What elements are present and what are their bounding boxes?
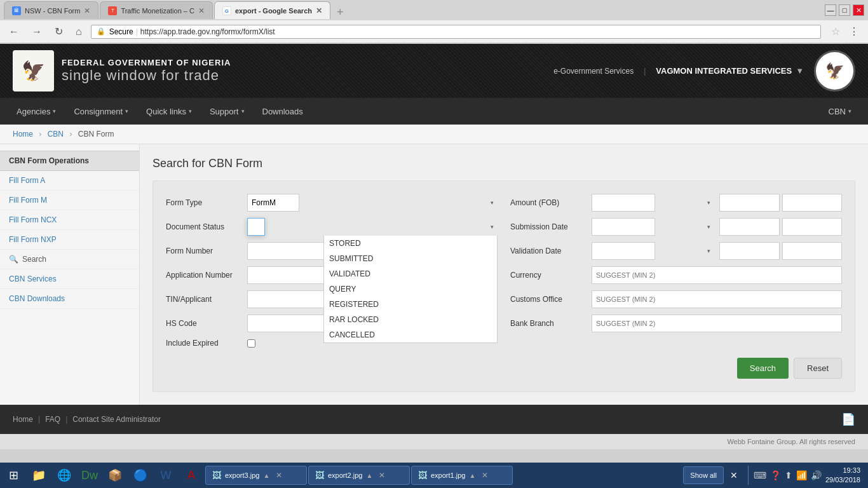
submission-date-from[interactable] <box>719 218 780 236</box>
cbn-dropdown-icon: ▾ <box>848 108 851 114</box>
maximize-button[interactable]: □ <box>839 4 850 16</box>
tab1-close-icon[interactable]: ✕ <box>84 6 90 15</box>
site-footer: Home | FAQ | Contact Site Administrator … <box>0 405 868 434</box>
breadcrumb-sep2: › <box>69 130 72 139</box>
validation-date-select[interactable] <box>592 242 655 260</box>
new-tab-button[interactable]: + <box>332 6 349 19</box>
copyright-text: Webb Fontaine Group. All rights reserved <box>727 438 855 445</box>
browser-tab-2[interactable]: T Traffic Monetization – C ✕ <box>100 1 213 19</box>
user-dropdown-icon[interactable]: ▼ <box>796 66 804 76</box>
sidebar-item-fill-form-a[interactable]: Fill Form A <box>0 171 139 191</box>
reload-button[interactable]: ↻ <box>51 24 67 39</box>
site-title: FEDERAL GOVERNMENT OF NIGERIA single win… <box>62 58 231 84</box>
tab3-close-icon[interactable]: ✕ <box>316 6 322 15</box>
bookmark-button[interactable]: ☆ <box>831 25 840 37</box>
forward-button[interactable]: → <box>28 25 46 39</box>
cbn-label: CBN <box>829 107 846 116</box>
sidebar-item-fill-form-m[interactable]: Fill Form M <box>0 191 139 210</box>
sidebar-item-cbn-services[interactable]: CBN Services <box>0 269 139 289</box>
option-stored[interactable]: STORED <box>324 236 497 251</box>
submission-date-select[interactable] <box>592 218 655 236</box>
option-submitted[interactable]: SUBMITTED <box>324 251 497 266</box>
quicklinks-dropdown-icon: ▾ <box>189 108 192 114</box>
menu-button[interactable]: ⋮ <box>845 24 863 39</box>
hs-code-label: HS Code <box>166 319 242 328</box>
form-title: Search for CBN Form <box>153 157 855 170</box>
option-cancelled[interactable]: CANCELLED <box>324 327 497 342</box>
tab1-label: NSW - CBN Form <box>25 7 80 15</box>
browser-tab-1[interactable]: 🏛 NSW - CBN Form ✕ <box>4 1 98 19</box>
currency-input[interactable] <box>592 266 842 284</box>
bank-branch-input[interactable] <box>592 315 842 332</box>
nav-downloads[interactable]: Downloads <box>254 98 312 125</box>
validation-date-inputs <box>719 242 842 260</box>
form-area: Search for CBN Form Form Type FormM Form… <box>140 144 868 405</box>
option-registered[interactable]: REGISTERED <box>324 297 497 312</box>
cbn-services-label: CBN Services <box>9 274 57 283</box>
form-type-row: Form Type FormM FormA FormNCX FormNXP ▾ <box>166 194 498 212</box>
amount-fob-select-wrapper: ▾ <box>592 194 714 212</box>
nav-cbn[interactable]: CBN ▾ <box>820 98 860 125</box>
nav-bar: Agencies ▾ Consignment ▾ Quick links ▾ S… <box>0 98 868 125</box>
submission-date-to[interactable] <box>782 218 843 236</box>
amount-fob-from[interactable] <box>719 194 780 212</box>
tab2-label: Traffic Monetization – C <box>121 7 194 15</box>
include-expired-checkbox[interactable] <box>247 339 255 348</box>
site-header: 🦅 FEDERAL GOVERNMENT OF NIGERIA single w… <box>0 44 868 98</box>
reset-button[interactable]: Reset <box>794 358 842 379</box>
currency-row: Currency <box>510 266 842 284</box>
browser-tab-3[interactable]: G export - Google Search ✕ <box>214 1 330 19</box>
sidebar-item-search[interactable]: 🔍 Search <box>0 250 139 269</box>
option-rar-locked[interactable]: RAR LOCKED <box>324 312 497 327</box>
footer-sep2: | <box>65 415 67 424</box>
sidebar-item-cbn-downloads[interactable]: CBN Downloads <box>0 289 139 309</box>
form-actions: Search Reset <box>166 358 842 379</box>
downloads-label: Downloads <box>262 107 303 116</box>
home-button[interactable]: ⌂ <box>72 25 86 39</box>
footer-home-link[interactable]: Home <box>13 415 33 424</box>
breadcrumb-home[interactable]: Home <box>13 130 33 139</box>
nav-consignment[interactable]: Consignment ▾ <box>65 98 137 125</box>
breadcrumb-cbn[interactable]: CBN <box>48 130 64 139</box>
amount-fob-inputs <box>719 194 842 212</box>
option-validated[interactable]: VALIDATED <box>324 266 497 281</box>
footer-faq-link[interactable]: FAQ <box>45 415 60 424</box>
search-icon: 🔍 <box>9 255 18 264</box>
form-number-label: Form Number <box>166 247 242 255</box>
secure-label: Secure <box>109 27 133 36</box>
close-button[interactable]: ✕ <box>853 4 864 16</box>
sidebar-item-fill-form-nxp[interactable]: Fill Form NXP <box>0 230 139 250</box>
form-type-select[interactable]: FormM FormA FormNCX FormNXP <box>247 194 299 212</box>
validation-date-to[interactable] <box>782 242 843 260</box>
validation-date-from[interactable] <box>719 242 780 260</box>
footer-contact-link[interactable]: Contact Site Administrator <box>72 415 161 424</box>
tab2-close-icon[interactable]: ✕ <box>198 6 205 15</box>
main-container: CBN Form Operations Fill Form A Fill For… <box>0 144 868 405</box>
nav-agencies[interactable]: Agencies ▾ <box>8 98 65 125</box>
search-button[interactable]: Search <box>737 358 789 379</box>
address-bar[interactable]: 🔒 Secure | https://app.trade.gov.ng/form… <box>91 25 821 39</box>
document-status-select[interactable] <box>247 218 265 236</box>
customs-office-input[interactable] <box>592 290 842 308</box>
amount-fob-row: Amount (FOB) ▾ <box>510 194 842 212</box>
minimize-button[interactable]: — <box>825 4 836 16</box>
back-button[interactable]: ← <box>5 25 23 39</box>
fill-form-nxp-label: Fill Form NXP <box>9 235 57 244</box>
amount-fob-label: Amount (FOB) <box>510 198 587 207</box>
eservices-link[interactable]: e-Government Services <box>553 67 634 76</box>
search-label: Search <box>22 255 46 264</box>
nav-quicklinks[interactable]: Quick links ▾ <box>137 98 201 125</box>
sidebar-item-fill-form-ncx[interactable]: Fill Form NCX <box>0 210 139 230</box>
validation-date-select-wrapper: ▾ <box>592 242 714 260</box>
amount-fob-to[interactable] <box>782 194 843 212</box>
address-separator: | <box>136 27 138 36</box>
option-query[interactable]: QUERY <box>324 281 497 297</box>
sidebar: CBN Form Operations Fill Form A Fill For… <box>0 144 140 405</box>
browser-addressbar: ← → ↻ ⌂ 🔒 Secure | https://app.trade.gov… <box>0 20 868 43</box>
browser-titlebar: 🏛 NSW - CBN Form ✕ T Traffic Monetizatio… <box>0 0 868 20</box>
browser-tabs: 🏛 NSW - CBN Form ✕ T Traffic Monetizatio… <box>4 1 349 19</box>
nav-support[interactable]: Support ▾ <box>201 98 254 125</box>
amount-fob-select[interactable] <box>592 194 655 212</box>
document-status-dropdown-list: STORED SUBMITTED VALIDATED QUERY REGISTE… <box>323 236 498 343</box>
breadcrumb-current: CBN Form <box>78 130 114 139</box>
